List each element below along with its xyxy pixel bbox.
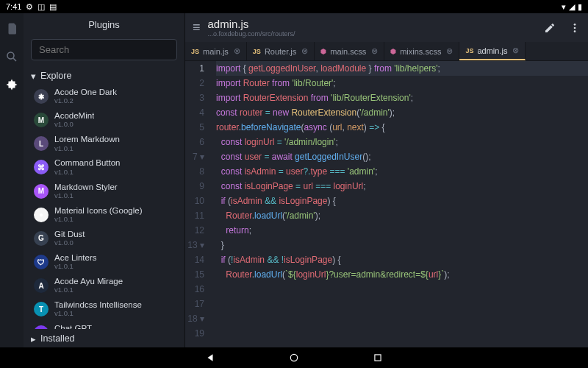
wifi-icon: ▾ xyxy=(562,2,566,12)
search-icon[interactable] xyxy=(5,50,18,63)
android-nav-bar xyxy=(0,347,588,368)
section-installed[interactable]: ▸ Installed xyxy=(24,329,184,347)
svg-point-2 xyxy=(574,26,576,29)
close-icon[interactable]: ⊗ xyxy=(446,46,453,56)
plugin-item[interactable]: ⌘Command Buttonv1.0.1 xyxy=(24,155,184,179)
file-name: admin.js xyxy=(208,18,537,30)
tab-label: main.js xyxy=(203,47,229,56)
plugin-icon: M xyxy=(34,113,49,127)
plugin-version: v1.0.1 xyxy=(54,169,121,177)
more-vert-icon[interactable] xyxy=(569,22,581,34)
plugin-item[interactable]: LLorem Markdownv1.0.1 xyxy=(24,132,184,155)
menu-icon[interactable]: ≡ xyxy=(193,20,201,35)
plugin-icon: A xyxy=(34,278,49,293)
plugin-name: Material Icons (Google) xyxy=(54,206,143,216)
code-line[interactable]: import RouterExtension from 'lib/RouterE… xyxy=(216,91,588,105)
plugin-item[interactable]: MMarkdown Stylerv1.0.1 xyxy=(24,180,184,203)
plugin-item[interactable]: GGit Dustv1.0.0 xyxy=(24,227,184,250)
close-icon[interactable]: ⊗ xyxy=(371,46,378,56)
code-line[interactable]: const router = new RouterExtension('/adm… xyxy=(216,105,588,120)
editor-tab[interactable]: JSadmin.js⊗ xyxy=(459,42,526,60)
plugin-item[interactable]: TTailwindcss Intellisensev1.0.1 xyxy=(24,297,184,321)
svg-point-1 xyxy=(574,24,576,26)
code-line[interactable]: router.beforeNavigate(async (url, next) … xyxy=(216,120,588,135)
signal-icon: ◢ xyxy=(569,2,575,12)
plugin-item[interactable]: ●Material Icons (Google)v1.0.1 xyxy=(24,203,184,227)
editor-tab[interactable]: JSRouter.js⊗ xyxy=(247,42,315,60)
code-line[interactable]: return; xyxy=(216,223,588,238)
svg-point-3 xyxy=(574,30,576,32)
plugin-item[interactable]: MAcodeMintv1.0.0 xyxy=(24,108,184,132)
plugin-name: Markdown Styler xyxy=(54,183,118,192)
plugin-version: v1.0.1 xyxy=(54,216,143,224)
plugin-search-input[interactable] xyxy=(31,39,177,60)
code-area[interactable]: 1234567 ▾8910111213 ▾1415161718 ▾19 impo… xyxy=(185,61,588,347)
js-icon: JS xyxy=(465,47,473,54)
nav-home-icon[interactable] xyxy=(289,353,299,363)
sidebar-title: Plugins xyxy=(24,13,184,36)
plugin-icon: 🛡 xyxy=(34,255,49,269)
editor-tab[interactable]: JSmain.js⊗ xyxy=(185,42,247,60)
plugin-item[interactable]: AAcode Ayu Miragev1.0.1 xyxy=(24,274,184,297)
files-icon[interactable] xyxy=(5,22,18,35)
nav-back-icon[interactable] xyxy=(205,353,215,363)
scss-icon: ⬢ xyxy=(320,48,326,55)
code-line[interactable]: Router.loadUrl(`${loginUrl}?user=admin&r… xyxy=(216,267,588,282)
plugin-name: Chat GPT xyxy=(54,324,92,329)
plugin-name: Command Button xyxy=(54,158,121,168)
edit-icon[interactable] xyxy=(544,22,556,34)
plugin-version: v1.0.1 xyxy=(54,145,120,153)
scss-icon: ⬢ xyxy=(390,48,396,55)
tab-label: Router.js xyxy=(265,47,296,56)
plugin-version: v1.0.1 xyxy=(54,192,118,200)
settings-notif-icon: ⚙ xyxy=(26,2,33,12)
nav-recent-icon[interactable] xyxy=(373,353,383,363)
plugin-version: v1.0.1 xyxy=(54,286,123,294)
code-line[interactable]: const isAdmin = user?.type === 'admin'; xyxy=(216,164,588,179)
plugin-item[interactable]: ✱Chat GPTv1.0.9 xyxy=(24,321,184,329)
plugin-icon: M xyxy=(34,184,49,199)
plugin-icon: L xyxy=(34,136,49,151)
file-path: ...o.foxdebug.com/src/routers/ xyxy=(208,30,537,38)
close-icon[interactable]: ⊗ xyxy=(512,46,519,55)
activity-bar xyxy=(0,13,24,347)
plugin-icon: ⌘ xyxy=(34,160,49,174)
plugin-item[interactable]: ✱Acode One Darkv1.0.2 xyxy=(24,85,184,108)
section-explore[interactable]: ▾ Explore xyxy=(24,66,184,85)
code-line[interactable]: import Router from 'lib/Router'; xyxy=(216,76,588,91)
code-line[interactable]: if (isAdmin && isLoginPage) { xyxy=(216,194,588,208)
close-icon[interactable]: ⊗ xyxy=(234,46,240,56)
status-time: 7:41 xyxy=(6,2,21,11)
extensions-icon[interactable] xyxy=(5,78,18,91)
editor-tab[interactable]: ⬢main.scss⊗ xyxy=(315,42,384,60)
android-status-bar: 7:41 ⚙ ◫ ▤ ▾ ◢ ▮ xyxy=(0,0,588,13)
editor-tab[interactable]: ⬢mixins.scss⊗ xyxy=(384,42,459,60)
app-notif-icon: ◫ xyxy=(37,2,45,12)
tab-bar: JSmain.js⊗JSRouter.js⊗⬢main.scss⊗⬢mixins… xyxy=(185,42,588,61)
plugin-item[interactable]: 🛡Ace Lintersv1.0.1 xyxy=(24,250,184,274)
plugin-version: v1.0.0 xyxy=(54,239,85,247)
svg-point-4 xyxy=(290,354,297,361)
plugin-version: v1.0.0 xyxy=(54,121,94,129)
editor-pane: ≡ admin.js ...o.foxdebug.com/src/routers… xyxy=(185,13,588,347)
code-lines[interactable]: import { getLoggedInUser, loadModule } f… xyxy=(212,61,588,347)
svg-rect-5 xyxy=(375,355,381,361)
plugin-version: v1.0.2 xyxy=(54,97,117,105)
code-line[interactable]: const user = await getLoggedInUser(); xyxy=(216,149,588,164)
code-line[interactable]: const loginUrl = '/admin/login'; xyxy=(216,135,588,149)
tab-label: mixins.scss xyxy=(400,47,441,56)
code-line[interactable]: } xyxy=(216,238,588,252)
code-line[interactable]: Router.loadUrl('/admin'); xyxy=(216,208,588,223)
plugin-icon: T xyxy=(34,302,49,316)
code-line[interactable]: import { getLoggedInUser, loadModule } f… xyxy=(216,61,588,76)
tab-label: admin.js xyxy=(477,46,507,55)
js-icon: JS xyxy=(253,48,261,55)
close-icon[interactable]: ⊗ xyxy=(301,46,308,56)
code-line[interactable]: const isLoginPage = url === loginUrl; xyxy=(216,179,588,194)
tab-label: main.scss xyxy=(330,47,366,56)
chevron-right-icon: ▸ xyxy=(31,333,36,344)
code-line[interactable]: if (!isAdmin && !isLoginPage) { xyxy=(216,252,588,267)
app-notif-icon-2: ▤ xyxy=(49,2,57,12)
chevron-down-icon: ▾ xyxy=(31,71,36,82)
plugin-list: ✱Acode One Darkv1.0.2MAcodeMintv1.0.0LLo… xyxy=(24,85,184,329)
